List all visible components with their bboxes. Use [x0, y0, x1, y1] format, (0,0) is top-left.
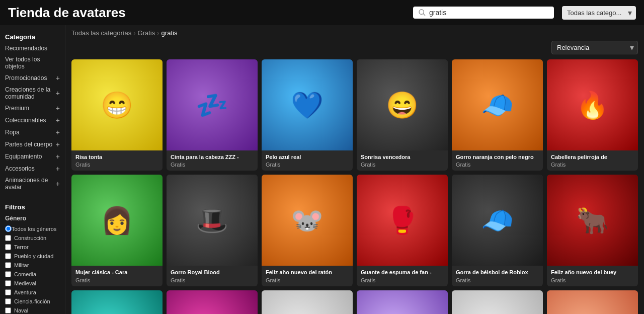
item-card[interactable]: 💜Recogido lavandaGratis	[357, 290, 448, 314]
item-card[interactable]: 🧢Gorra de béisbol de RobloxGratis	[452, 175, 543, 286]
sidebar-item-label: Recomendados	[5, 45, 47, 52]
item-card[interactable]: 🥊Guante de espuma de fan -Gratis	[357, 175, 448, 286]
filter-comedia[interactable]: Comedia	[0, 270, 65, 279]
item-image: 🔥	[547, 59, 638, 150]
item-card[interactable]: 🤸InclinaciónGratis	[452, 290, 543, 314]
item-image: 🧍	[71, 290, 163, 314]
filter-label: Construcción	[14, 235, 46, 241]
item-emoji: 😄	[386, 92, 419, 118]
all-genders-label: Todos los géneros	[12, 226, 56, 232]
sidebar-item-partes-cuerpo[interactable]: Partes del cuerpo +	[0, 138, 65, 150]
item-price: Gratis	[361, 162, 444, 168]
item-price: Gratis	[266, 277, 349, 283]
item-name: Mujer clásica - Cara	[75, 269, 158, 276]
item-card[interactable]: 🔥Cabellera pelirroja deGratis	[547, 59, 638, 171]
filter-pueblo[interactable]: Pueblo y ciudad	[0, 252, 65, 261]
category-dropdown[interactable]: Todas las catego...RopaAccesoriosAnimaci…	[562, 6, 636, 20]
item-image: 🎩	[167, 175, 258, 266]
item-price: Gratis	[75, 277, 158, 283]
item-card[interactable]: 🧍LinlinGratis	[71, 290, 163, 314]
item-image: 🧑	[547, 290, 638, 314]
sidebar-item-equipamiento[interactable]: Equipamiento +	[0, 150, 65, 163]
medieval-checkbox[interactable]	[5, 280, 11, 286]
militar-checkbox[interactable]	[5, 262, 11, 268]
sidebar-item-label: Ver todos los objetos	[5, 56, 60, 70]
breadcrumb-all-categories[interactable]: Todas las categorías	[71, 29, 131, 37]
expand-icon: +	[56, 152, 60, 161]
search-input[interactable]	[429, 9, 549, 17]
item-name: Guante de espuma de fan -	[361, 269, 444, 276]
filter-label: Comedia	[14, 271, 36, 277]
breadcrumb: Todas las categorías › Gratis › gratis	[71, 29, 638, 37]
sidebar-item-ropa[interactable]: Ropa +	[0, 126, 65, 138]
item-card[interactable]: 🧑DanielGratis	[547, 290, 638, 314]
item-card[interactable]: 🧢Gorro naranja con pelo negroGratis	[452, 59, 543, 171]
sidebar-item-label: Creaciones de la comunidad	[5, 86, 56, 100]
sidebar-item-coleccionables[interactable]: Coleccionables +	[0, 114, 65, 126]
item-card[interactable]: 💤Cinta para la cabeza ZZZ -Gratis	[167, 59, 258, 171]
item-name: Gorro naranja con pelo negro	[456, 153, 539, 161]
item-card[interactable]: 👩Mujer clásica - CaraGratis	[71, 175, 163, 286]
sidebar-item-promocionados[interactable]: Promocionados +	[0, 72, 65, 84]
all-genders-radio[interactable]	[5, 225, 12, 232]
item-price: Gratis	[266, 162, 349, 168]
breadcrumb-sep-1: ›	[133, 29, 135, 37]
sidebar-item-premium[interactable]: Premium +	[0, 102, 65, 114]
item-price: Gratis	[361, 277, 444, 283]
item-card[interactable]: 👏AplausoGratis	[262, 290, 353, 314]
item-card[interactable]: 💿Disco Poster Girl - Zara LarssonGratis	[167, 290, 258, 314]
item-emoji: 🐂	[576, 207, 609, 233]
category-section-title: Categoría	[0, 29, 65, 43]
item-image: 💜	[357, 290, 448, 314]
filter-militar[interactable]: Militar	[0, 261, 65, 270]
filter-construccion[interactable]: Construcción	[0, 233, 65, 243]
expand-icon: +	[56, 104, 60, 112]
terror-checkbox[interactable]	[5, 244, 11, 250]
sidebar-item-accesorios[interactable]: Accesorios +	[0, 163, 65, 175]
sidebar-item-label: Animaciones de avatar	[5, 177, 56, 191]
filter-aventura[interactable]: Aventura	[0, 288, 65, 297]
comedia-checkbox[interactable]	[5, 271, 11, 277]
item-info: Risa tontaGratis	[71, 150, 163, 171]
sort-dropdown[interactable]: RelevanciaPrecio: menor a mayorPrecio: m…	[551, 41, 638, 54]
sidebar-item-comunidad[interactable]: Creaciones de la comunidad +	[0, 84, 65, 102]
item-name: Gorra de béisbol de Roblox	[456, 269, 539, 276]
filter-section-title: Filtros	[0, 199, 65, 213]
svg-point-0	[419, 10, 424, 14]
item-card[interactable]: 🎩Gorro Royal BloodGratis	[167, 175, 258, 286]
sidebar-item-todos-objetos[interactable]: Ver todos los objetos	[0, 54, 65, 72]
item-image: 🐂	[547, 175, 638, 266]
header: Tienda de avatares Todas las catego...Ro…	[0, 0, 644, 25]
construccion-checkbox[interactable]	[5, 235, 11, 241]
item-card[interactable]: 🐂Feliz año nuevo del bueyGratis	[547, 175, 638, 286]
filter-terror[interactable]: Terror	[0, 243, 65, 252]
item-image: 💤	[167, 59, 258, 150]
breadcrumb-gratis-link[interactable]: Gratis	[138, 29, 155, 37]
pueblo-checkbox[interactable]	[5, 253, 11, 259]
breadcrumb-sep-2: ›	[157, 29, 159, 37]
filter-label: Aventura	[14, 289, 36, 295]
item-card[interactable]: 😁Risa tontaGratis	[71, 59, 163, 171]
item-price: Gratis	[456, 162, 539, 168]
all-genders-option[interactable]: Todos los géneros	[0, 224, 65, 233]
expand-icon: +	[56, 128, 60, 136]
filter-label: Militar	[14, 262, 29, 268]
sidebar-item-recomendados[interactable]: Recomendados	[0, 43, 65, 54]
filter-naval[interactable]: Naval	[0, 306, 65, 314]
search-icon	[418, 9, 426, 17]
aventura-checkbox[interactable]	[5, 289, 11, 295]
item-card[interactable]: 🐭Feliz año nuevo del ratónGratis	[262, 175, 353, 286]
filter-medieval[interactable]: Medieval	[0, 279, 65, 288]
ciencia-ficcion-checkbox[interactable]	[5, 298, 11, 304]
sidebar-item-animaciones[interactable]: Animaciones de avatar +	[0, 175, 65, 193]
item-info: Pelo azul realGratis	[262, 150, 353, 171]
filter-label: Medieval	[14, 280, 36, 286]
item-image: 👏	[262, 290, 353, 314]
item-card[interactable]: 💙Pelo azul realGratis	[262, 59, 353, 171]
item-image: 🧢	[452, 175, 543, 266]
item-card[interactable]: 😄Sonrisa vencedoraGratis	[357, 59, 448, 171]
item-image: 😁	[71, 59, 163, 150]
naval-checkbox[interactable]	[5, 307, 11, 313]
filter-ciencia-ficcion[interactable]: Ciencia-ficción	[0, 297, 65, 306]
main-layout: Categoría Recomendados Ver todos los obj…	[0, 25, 644, 314]
